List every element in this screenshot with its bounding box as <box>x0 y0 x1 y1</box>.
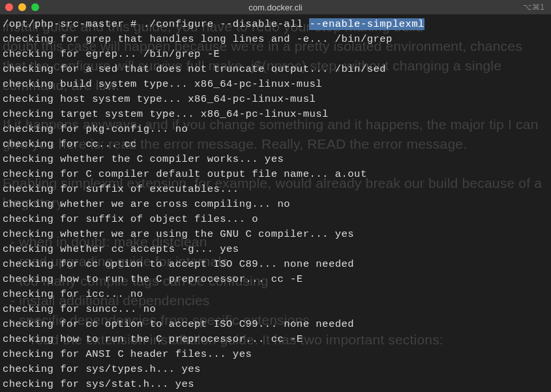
terminal-output: /opt/php-src-master # ./configure --disa… <box>3 17 548 392</box>
output-line: checking for ANSI C header files... yes <box>3 347 548 362</box>
output-line: checking for pkg-config... no <box>3 122 548 137</box>
output-line: checking for sys/types.h... yes <box>3 362 548 377</box>
command-part1: ./configure --disable-all <box>143 18 310 30</box>
traffic-lights <box>5 3 39 11</box>
output-line: checking for cc option to accept ISO C99… <box>3 317 548 332</box>
output-line: checking whether cc accepts -g... yes <box>3 242 548 257</box>
output-line: checking host system type... x86_64-pc-l… <box>3 92 548 107</box>
output-line: checking whether we are using the GNU C … <box>3 227 548 242</box>
output-line: checking how to run the C preprocessor..… <box>3 332 548 347</box>
output-line: checking target system type... x86_64-pc… <box>3 107 548 122</box>
maximize-icon[interactable] <box>31 3 39 11</box>
window-title: com.docker.cli <box>248 3 302 12</box>
terminal-area[interactable]: install guide and this guide, you have t… <box>0 14 551 392</box>
minimize-icon[interactable] <box>18 3 26 11</box>
command-selected: --enable-simplexml <box>309 18 424 30</box>
output-line: checking for suffix of object files... o <box>3 212 548 227</box>
output-line: checking for C compiler default output f… <box>3 167 548 182</box>
output-line: checking whether we are cross compiling.… <box>3 197 548 212</box>
prompt-line: /opt/php-src-master # ./configure --disa… <box>3 17 548 32</box>
output-line: checking for sys/stat.h... yes <box>3 377 548 392</box>
output-line: checking how to run the C preprocessor..… <box>3 272 548 287</box>
prompt-path: /opt/php-src-master # <box>3 18 143 30</box>
close-icon[interactable] <box>5 3 13 11</box>
titlebar: com.docker.cli ⌥⌘1 <box>0 0 551 14</box>
output-line: checking build system type... x86_64-pc-… <box>3 77 548 92</box>
output-line: checking whether the C compiler works...… <box>3 152 548 167</box>
output-line: checking for cc... cc <box>3 137 548 152</box>
output-line: checking for cc option to accept ISO C89… <box>3 257 548 272</box>
output-line: checking for icc... no <box>3 287 548 302</box>
output-line: checking for grep that handles long line… <box>3 32 548 47</box>
window-shortcut: ⌥⌘1 <box>523 3 544 12</box>
output-line: checking for a sed that does not truncat… <box>3 62 548 77</box>
output-line: checking for suncc... no <box>3 302 548 317</box>
output-line: checking for egrep... /bin/grep -E <box>3 47 548 62</box>
output-line: checking for suffix of executables... <box>3 182 548 197</box>
